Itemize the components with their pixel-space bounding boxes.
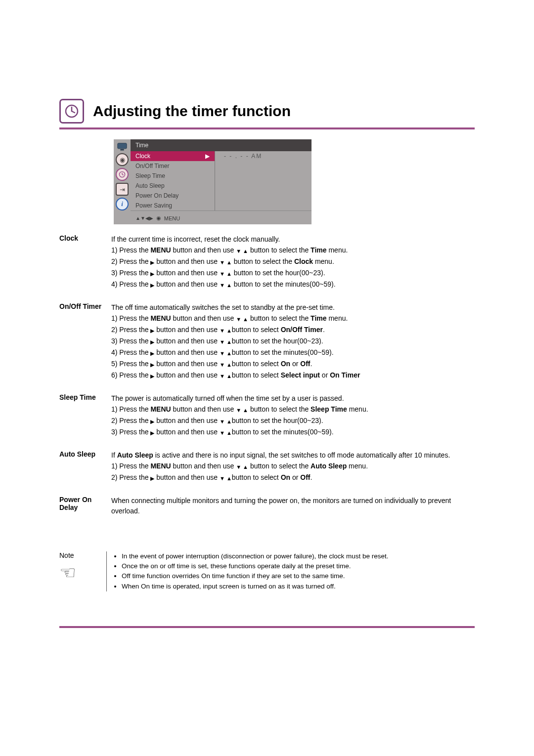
osd-value-column: - - . - - AM <box>215 151 312 210</box>
down-up-icon: ▼ ▲ <box>220 338 232 346</box>
down-up-icon: ▼ ▲ <box>220 259 232 267</box>
hand-icon: ☜ <box>59 563 101 582</box>
osd-item-saving[interactable]: Power Saving <box>131 201 215 210</box>
osd-item-clock[interactable]: Clock ▶ <box>131 151 215 161</box>
step-5: 5) Press the ▶ button and then use ▼ ▲bu… <box>111 359 475 369</box>
bottom-rule <box>59 626 475 628</box>
osd-item-delay[interactable]: Power On Delay <box>131 191 215 201</box>
description-list: Clock If the current time is incorrect, … <box>59 234 475 517</box>
down-up-icon: ▼ ▲ <box>220 429 232 437</box>
osd-item-sleep[interactable]: Sleep Time <box>131 171 215 181</box>
section-label: Auto Sleep <box>59 450 111 458</box>
section-body: When connecting multiple monitors and tu… <box>111 496 475 517</box>
down-up-icon: ▼ ▲ <box>236 463 248 471</box>
section-body: If Auto Sleep is active and there is no … <box>111 450 475 484</box>
section-label: Sleep Time <box>59 393 111 401</box>
title-underline <box>59 127 475 129</box>
svg-rect-3 <box>118 143 127 149</box>
section-body: The power is automatically turned off wh… <box>111 393 475 438</box>
manual-page: Adjusting the timer function ◉ ⇥ i <box>0 0 534 677</box>
osd-item-onoff[interactable]: On/Off Timer <box>131 161 215 171</box>
svg-line-7 <box>122 174 124 175</box>
osd-title: Time <box>131 139 312 151</box>
note-bullet: When On time is operated, input screen i… <box>122 582 475 591</box>
note-divider <box>106 551 107 591</box>
step-1: 1) Press the MENU button and then use ▼ … <box>111 461 475 471</box>
down-up-icon: ▼ ▲ <box>236 248 248 255</box>
osd-icon-strip: ◉ ⇥ i <box>114 139 131 224</box>
section-onoff: On/Off Timer The off time automatically … <box>59 302 475 381</box>
display-icon <box>117 142 128 151</box>
down-up-icon: ▼ ▲ <box>220 475 232 483</box>
down-up-icon: ▼ ▲ <box>220 270 232 278</box>
osd-item-auto[interactable]: Auto Sleep <box>131 181 215 191</box>
note-bullet: Once the on or off time is set, these fu… <box>122 561 475 571</box>
down-up-icon: ▼ ▲ <box>220 373 232 380</box>
step-2: 2) Press the ▶ button and then use ▼ ▲bu… <box>111 416 475 426</box>
osd-clock-value: - - . - - AM <box>215 151 312 161</box>
title-row: Adjusting the timer function <box>59 99 475 124</box>
down-up-icon: ▼ ▲ <box>236 316 248 324</box>
down-up-icon: ▼ ▲ <box>220 350 232 358</box>
note-bullet: Off time function overrides On time func… <box>122 571 475 581</box>
target-icon: ◉ <box>116 153 129 166</box>
nav-arrows-icon: ▲▼◀▶ <box>135 215 153 221</box>
step-3: 3) Press the ▶ button and then use ▼ ▲bu… <box>111 427 475 437</box>
step-1: 1) Press the MENU button and then use ▼ … <box>111 245 475 255</box>
down-up-icon: ▼ ▲ <box>236 407 248 415</box>
osd-footer: ▲▼◀▶ ◉ MENU <box>131 210 312 224</box>
section-label: Power On Delay <box>59 496 111 511</box>
note-body: In the event of power interruption (disc… <box>114 551 475 591</box>
page-title: Adjusting the timer function <box>93 103 291 120</box>
chevron-right-icon: ▶ <box>205 153 210 160</box>
section-label: Clock <box>59 234 111 242</box>
section-auto: Auto Sleep If Auto Sleep is active and t… <box>59 450 475 484</box>
note-label: Note <box>59 551 101 559</box>
info-icon: i <box>116 198 129 210</box>
step-6: 6) Press the ▶ button and then use ▼ ▲bu… <box>111 370 475 380</box>
step-3: 3) Press the ▶ button and then use ▼ ▲ b… <box>111 268 475 278</box>
step-2: 2) Press the ▶ button and then use ▼ ▲bu… <box>111 472 475 483</box>
osd-item-list: Clock ▶ On/Off Timer Sleep Time Auto Sle… <box>131 151 215 210</box>
step-4: 4) Press the ▶ button and then use ▼ ▲bu… <box>111 347 475 358</box>
note-bullet: In the event of power interruption (disc… <box>122 551 475 561</box>
down-up-icon: ▼ ▲ <box>220 361 232 369</box>
svg-line-2 <box>72 111 75 113</box>
intro: The power is automatically turned off wh… <box>111 393 475 403</box>
intro: If the current time is incorrect, reset … <box>111 234 475 244</box>
note-section: Note ☜ In the event of power interruptio… <box>59 551 475 591</box>
menu-dot-icon: ◉ <box>156 215 161 221</box>
timer-icon <box>116 168 129 181</box>
osd-menu: ◉ ⇥ i Time Clock ▶ On/Off Timer <box>114 139 312 224</box>
section-clock: Clock If the current time is incorrect, … <box>59 234 475 291</box>
input-icon: ⇥ <box>116 183 129 196</box>
down-up-icon: ▼ ▲ <box>220 327 232 335</box>
section-label: On/Off Timer <box>59 302 111 310</box>
section-body: The off time automatically switches the … <box>111 302 475 381</box>
down-up-icon: ▼ ▲ <box>220 418 232 426</box>
step-4: 4) Press the ▶ button and then use ▼ ▲ b… <box>111 279 475 290</box>
step-1: 1) Press the MENU button and then use ▼ … <box>111 404 475 415</box>
step-2: 2) Press the ▶ button and then use ▼ ▲ b… <box>111 256 475 267</box>
intro: The off time automatically switches the … <box>111 302 475 312</box>
osd-footer-label: MENU <box>164 215 180 221</box>
section-delay: Power On Delay When connecting multiple … <box>59 496 475 517</box>
svg-rect-4 <box>120 149 124 151</box>
section-body: If the current time is incorrect, reset … <box>111 234 475 291</box>
intro: If Auto Sleep is active and there is no … <box>111 450 475 460</box>
step-3: 3) Press the ▶ button and then use ▼ ▲bu… <box>111 336 475 346</box>
clock-icon <box>59 99 84 124</box>
step-1: 1) Press the MENU button and then use ▼ … <box>111 313 475 324</box>
osd-item-label: Clock <box>135 153 150 160</box>
step-2: 2) Press the ▶ button and then use ▼ ▲bu… <box>111 325 475 335</box>
down-up-icon: ▼ ▲ <box>220 282 232 290</box>
section-sleep: Sleep Time The power is automatically tu… <box>59 393 475 438</box>
intro: When connecting multiple monitors and tu… <box>111 496 475 516</box>
